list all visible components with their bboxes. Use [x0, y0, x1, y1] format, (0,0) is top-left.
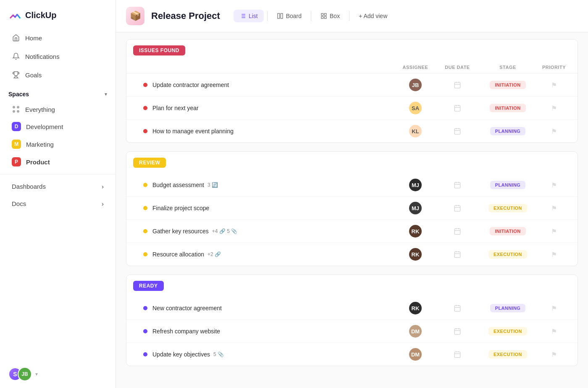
table-row[interactable]: Update contractor agreement JB INITIATIO…	[126, 74, 578, 97]
sidebar-item-everything[interactable]: Everything	[3, 101, 112, 118]
sidebar-item-dashboards[interactable]: Dashboards ›	[3, 178, 112, 195]
tab-board-label: Board	[286, 13, 302, 19]
add-view-label: + Add view	[359, 13, 387, 19]
flag-icon: ⚑	[551, 204, 557, 212]
avatar: MJ	[409, 179, 422, 191]
stage-badge: INITIATION	[490, 104, 525, 112]
trophy-icon	[12, 71, 20, 79]
task-due	[436, 204, 478, 212]
task-stage: PLANNING	[478, 304, 537, 312]
goals-label: Goals	[25, 71, 42, 79]
task-assignee: MJ	[394, 179, 436, 191]
task-extras: +4 🔗 5 📎	[212, 228, 237, 234]
section-badge-ready: READY	[133, 281, 164, 291]
avatar: JB	[409, 79, 422, 91]
box-icon	[320, 13, 327, 19]
add-view-button[interactable]: + Add view	[353, 10, 393, 22]
calendar-icon	[454, 351, 461, 358]
section-issues-header: ISSUES FOUND	[126, 40, 578, 61]
everything-label: Everything	[25, 106, 55, 113]
tab-board[interactable]: Board	[271, 10, 307, 22]
sidebar-nav-home[interactable]: Home	[3, 29, 112, 47]
sidebar-item-product[interactable]: P Product	[3, 153, 112, 171]
task-priority: ⚑	[537, 251, 571, 259]
avatar: RK	[409, 302, 422, 314]
task-name: How to manage event planning	[152, 128, 394, 135]
avatar: RK	[409, 248, 422, 261]
task-due	[436, 251, 478, 258]
footer-avatars: S JB	[8, 367, 32, 381]
avatar: DM	[409, 325, 422, 338]
docs-label: Docs	[12, 200, 26, 207]
calendar-icon	[454, 127, 461, 135]
task-priority: ⚑	[537, 181, 571, 189]
sidebar-item-docs[interactable]: Docs ›	[3, 195, 112, 212]
table-row[interactable]: Budget assessment 3 🔄 MJ PLANNING ⚑	[126, 174, 578, 197]
task-bullet	[143, 206, 147, 210]
project-title: Release Project	[151, 11, 220, 21]
task-stage: EXECUTION	[478, 350, 537, 359]
view-divider-3	[349, 11, 349, 21]
notifications-label: Notifications	[25, 53, 60, 60]
svg-rect-11	[324, 16, 326, 18]
home-label: Home	[25, 34, 42, 42]
marketing-badge-icon: M	[12, 140, 21, 149]
svg-rect-28	[454, 206, 460, 211]
avatar: SA	[409, 102, 422, 114]
task-assignee: DM	[394, 348, 436, 361]
sidebar-item-marketing[interactable]: M Marketing	[3, 135, 112, 153]
task-due	[436, 104, 478, 112]
svg-rect-16	[454, 106, 460, 111]
sidebar: ClickUp Home Notifications Goals Spaces …	[0, 0, 116, 388]
flag-icon: ⚑	[551, 304, 557, 312]
tab-box[interactable]: Box	[315, 10, 346, 22]
stage-badge: EXECUTION	[488, 350, 527, 359]
task-stage: EXECUTION	[478, 204, 537, 212]
svg-rect-40	[454, 306, 460, 311]
table-row[interactable]: Plan for next year SA INITIATION ⚑	[126, 97, 578, 120]
development-badge-icon: D	[12, 122, 21, 131]
task-extras: +2 🔗	[207, 251, 221, 257]
footer-chevron-icon[interactable]: ▾	[35, 371, 38, 377]
svg-rect-32	[454, 229, 460, 235]
spaces-chevron-icon[interactable]: ▾	[105, 91, 107, 97]
task-bullet	[143, 352, 147, 356]
svg-rect-6	[278, 13, 280, 18]
task-priority: ⚑	[537, 351, 571, 359]
table-row[interactable]: Finalize project scope MJ EXECUTION ⚑	[126, 197, 578, 220]
logo-text: ClickUp	[25, 11, 56, 20]
sidebar-extras: Dashboards › Docs ›	[0, 174, 116, 212]
col-due-header: DUE DATE	[436, 65, 478, 70]
avatar: MJ	[409, 202, 422, 214]
table-row[interactable]: New contractor agreement RK PLANNING ⚑	[126, 297, 578, 320]
sidebar-item-development[interactable]: D Development	[3, 118, 112, 135]
table-row[interactable]: Gather key resources +4 🔗 5 📎 RK INITIAT…	[126, 220, 578, 243]
task-due	[436, 81, 478, 89]
task-due	[436, 351, 478, 358]
logo[interactable]: ClickUp	[0, 0, 116, 29]
calendar-icon	[454, 227, 461, 235]
table-row[interactable]: Resource allocation +2 🔗 RK EXECUTION ⚑	[126, 243, 578, 266]
stage-badge: PLANNING	[490, 304, 526, 312]
calendar-icon	[454, 204, 461, 212]
sidebar-nav-notifications[interactable]: Notifications	[3, 47, 112, 66]
task-due	[436, 227, 478, 235]
list-icon	[239, 13, 246, 19]
task-priority: ⚑	[537, 327, 571, 335]
sidebar-nav-goals[interactable]: Goals	[3, 66, 112, 84]
table-row[interactable]: How to manage event planning KL PLANNING…	[126, 120, 578, 143]
view-divider	[267, 11, 268, 21]
marketing-label: Marketing	[26, 141, 54, 148]
col-headers-issues: ASSIGNEE DUE DATE STAGE PRIORITY	[126, 61, 578, 74]
task-stage: PLANNING	[478, 127, 537, 135]
table-row[interactable]: Update key objectives 5 📎 DM EXECUTION ⚑	[126, 343, 578, 366]
task-assignee: RK	[394, 225, 436, 238]
table-row[interactable]: Refresh company website DM EXECUTION ⚑	[126, 320, 578, 343]
svg-rect-9	[324, 13, 326, 16]
section-badge-review: REVIEW	[133, 158, 166, 168]
task-bullet	[143, 229, 147, 233]
tab-list[interactable]: List	[234, 10, 264, 22]
svg-rect-10	[321, 16, 323, 18]
home-icon	[12, 34, 20, 42]
task-priority: ⚑	[537, 204, 571, 212]
